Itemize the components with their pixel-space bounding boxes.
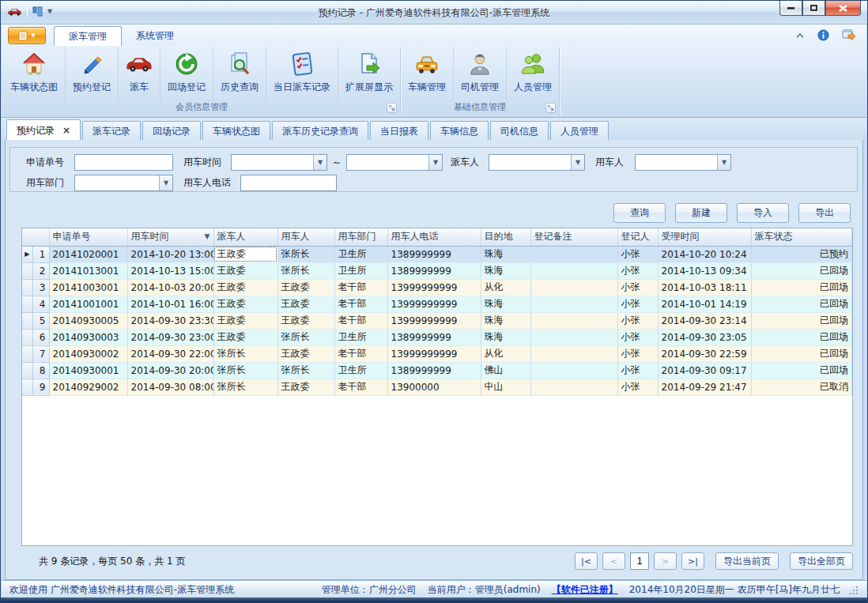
ribbon-tab-dispatch[interactable]: 派车管理 (54, 26, 122, 46)
table-cell[interactable]: 20140930003 (49, 329, 127, 345)
doc-tab-driver-info[interactable]: 司机信息 (490, 121, 549, 140)
table-cell[interactable]: 珠海 (481, 296, 530, 312)
table-cell[interactable]: 2014-09-29 21:47 (658, 379, 751, 395)
export-all-pages-button[interactable]: 导出全部页 (790, 552, 853, 570)
table-cell[interactable]: 珠海 (481, 329, 530, 345)
help-window-icon[interactable] (842, 29, 855, 41)
table-cell[interactable]: 张所长 (277, 246, 334, 262)
table-cell[interactable]: 2014-10-20 10:24 (658, 246, 751, 262)
table-cell[interactable]: 珠海 (481, 246, 530, 262)
ribbon-button-reservation[interactable]: 预约登记 (66, 47, 119, 101)
table-cell[interactable]: 王政委 (213, 312, 277, 329)
table-cell[interactable]: 王政委 (213, 329, 277, 345)
dispatcher-combo[interactable]: ▼ (489, 154, 585, 171)
ribbon-button-driver-management[interactable]: 司机管理 (454, 47, 507, 101)
table-cell[interactable]: 20141001001 (49, 296, 127, 312)
table-cell[interactable]: 小张 (617, 362, 658, 379)
table-cell[interactable]: 20141003001 (49, 279, 127, 296)
table-cell[interactable]: 2014-09-30 22:59 (658, 345, 751, 362)
table-cell[interactable]: 老干部 (334, 296, 387, 312)
table-cell[interactable]: 卫生所 (334, 362, 387, 379)
column-header[interactable]: 派车状态 (751, 228, 852, 246)
use-time-to-combo[interactable]: ▼ (346, 154, 443, 171)
table-cell[interactable]: 从化 (481, 345, 530, 362)
column-header[interactable]: 登记人 (617, 228, 658, 246)
table-cell[interactable]: 小张 (617, 329, 658, 345)
application-menu-button[interactable]: ▼ (8, 27, 46, 44)
status-cell[interactable]: 已回场 (751, 345, 852, 362)
table-cell[interactable]: 王政委 (277, 312, 334, 329)
table-row[interactable]: 6201409300032014-09-30 23:00王政委张所长卫生所138… (22, 329, 852, 345)
table-cell[interactable]: 王政委 (213, 262, 277, 279)
table-row[interactable]: ▶1201410200012014-10-20 13:00王政委张所长卫生所13… (22, 246, 852, 262)
table-cell[interactable]: 2014-10-03 18:11 (658, 279, 751, 296)
ribbon-button-dispatch[interactable]: 派车 (119, 47, 160, 101)
table-cell[interactable] (530, 246, 617, 262)
column-header[interactable]: 登记备注 (530, 228, 617, 246)
doc-tab-personnel-management[interactable]: 人员管理 (550, 121, 609, 140)
table-cell[interactable] (530, 329, 617, 345)
table-cell[interactable]: 王政委 (213, 279, 277, 296)
table-cell[interactable]: 珠海 (481, 262, 530, 279)
doc-tab-vehicle-info[interactable]: 车辆信息 (430, 121, 489, 140)
table-row[interactable]: 2201410130012014-10-13 15:00王政委张所长卫生所138… (22, 262, 852, 279)
status-cell[interactable]: 已回场 (751, 279, 852, 296)
table-cell[interactable] (530, 312, 617, 329)
doc-tab-vehicle-status-map[interactable]: 车辆状态图 (202, 121, 270, 140)
table-cell[interactable]: 中山 (481, 379, 530, 395)
table-cell[interactable]: 2014-10-03 20:00 (127, 279, 213, 296)
table-cell[interactable] (530, 379, 617, 395)
table-cell[interactable]: 2014-09-30 23:14 (658, 312, 751, 329)
close-button[interactable] (825, 1, 861, 16)
column-header[interactable]: 派车人 (213, 228, 277, 246)
table-cell[interactable]: 张所长 (277, 329, 334, 345)
dialog-launcher-icon[interactable] (545, 103, 556, 113)
table-cell[interactable]: 小张 (617, 246, 658, 262)
export-current-page-button[interactable]: 导出当前页 (715, 552, 779, 570)
doc-tab-return-records[interactable]: 回场记录 (142, 121, 201, 140)
table-cell[interactable]: 20140930001 (49, 362, 127, 379)
chevron-down-icon[interactable]: ▼ (159, 175, 172, 190)
table-row[interactable]: 5201409300052014-09-30 23:30王政委王政委老干部139… (22, 312, 852, 329)
table-row[interactable]: 7201409300022014-09-30 22:00张所长王政委老干部139… (22, 345, 852, 362)
table-cell[interactable]: 王政委 (277, 279, 334, 296)
table-cell[interactable]: 2014-10-01 14:19 (658, 296, 751, 312)
dialog-launcher-icon[interactable] (387, 103, 397, 113)
table-cell[interactable]: 2014-09-30 23:30 (127, 312, 213, 329)
ribbon-button-history-search[interactable]: 历史查询 (213, 47, 266, 101)
table-cell[interactable]: 张所长 (277, 362, 334, 379)
table-cell[interactable]: 2014-10-20 13:00 (127, 246, 213, 262)
table-cell[interactable]: 佛山 (481, 362, 530, 379)
table-cell[interactable]: 2014-10-01 16:00 (127, 296, 213, 312)
table-cell[interactable]: 20140929002 (49, 379, 127, 395)
table-cell[interactable]: 13999999999 (387, 279, 481, 296)
column-header[interactable]: 用车人电话 (387, 228, 481, 246)
status-cell[interactable]: 已回场 (751, 296, 852, 312)
chevron-down-icon[interactable]: ▼ (313, 155, 326, 170)
table-cell[interactable]: 2014-10-13 15:00 (127, 262, 213, 279)
doc-tab-dispatch-history-query[interactable]: 派车历史记录查询 (272, 121, 368, 140)
table-cell[interactable]: 张所长 (277, 262, 334, 279)
table-row[interactable]: 4201410010012014-10-01 16:00王政委王政委老干部139… (22, 296, 852, 312)
import-button[interactable]: 导入 (737, 203, 789, 223)
table-cell[interactable]: 王政委 (213, 296, 277, 312)
table-cell[interactable]: 1389999999 (387, 246, 481, 262)
chevron-down-icon[interactable]: ▼ (571, 155, 584, 170)
page-number-input[interactable] (630, 552, 649, 570)
table-cell[interactable]: 小张 (617, 296, 658, 312)
next-page-button[interactable]: > (654, 552, 677, 570)
status-cell[interactable]: 已回场 (751, 312, 852, 329)
column-header[interactable]: 申请单号 (49, 228, 127, 246)
table-cell[interactable]: 20140930005 (49, 312, 127, 329)
column-header[interactable]: 用车部门 (334, 228, 387, 246)
table-cell[interactable]: 老干部 (334, 279, 387, 296)
table-cell[interactable]: 2014-09-30 08:00 (127, 379, 213, 395)
table-row[interactable]: 9201409290022014-09-30 08:00张所长王政委老干部139… (22, 379, 852, 395)
table-cell[interactable]: 20140930002 (49, 345, 127, 362)
status-cell[interactable]: 已回场 (751, 362, 852, 379)
status-cell[interactable]: 已回场 (751, 329, 852, 345)
ribbon-button-vehicle-management[interactable]: 车辆管理 (401, 47, 454, 101)
dept-combo[interactable]: ▼ (74, 175, 173, 191)
table-cell[interactable]: 卫生所 (334, 329, 387, 345)
doc-tab-daily-report[interactable]: 当日报表 (370, 121, 428, 140)
